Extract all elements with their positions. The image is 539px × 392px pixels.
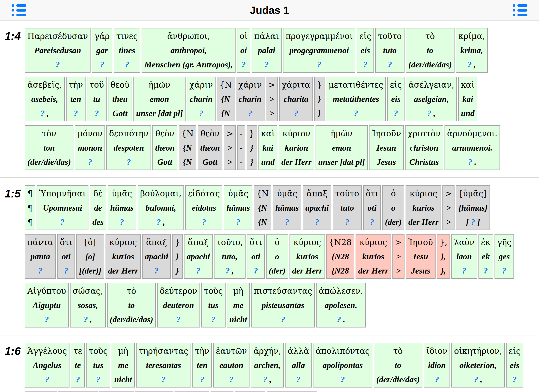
gloss-link[interactable]: ?	[394, 108, 398, 118]
greek-word: θεοῦ	[111, 78, 129, 92]
gloss-link[interactable]: ?	[76, 375, 80, 384]
gloss-link[interactable]: ?	[341, 375, 345, 384]
word-cell: ἅπαξapachi?	[303, 185, 331, 230]
gloss-link[interactable]: ?	[161, 375, 166, 384]
transliteration: tines	[116, 43, 138, 57]
word-cell: μὴmenicht	[227, 283, 250, 328]
greek-word: μετατιθέντες	[328, 78, 383, 92]
gloss-link[interactable]: ?	[44, 315, 49, 324]
gloss-link[interactable]: ?	[60, 217, 64, 227]
gloss: ?	[426, 372, 447, 386]
gloss-link[interactable]: ?	[248, 108, 252, 118]
transliteration: apolipontas	[316, 358, 370, 372]
transliteration: kurios	[358, 249, 388, 264]
gloss-link[interactable]: ?	[84, 315, 88, 324]
gloss-link[interactable]: ?	[435, 375, 439, 384]
word-row: ¶¶¶ὙπομνῆσαιUpomnesai?δὲdedesὑμᾶςhümas?β…	[25, 185, 514, 230]
gloss-link[interactable]: ?	[484, 266, 488, 275]
gloss-link[interactable]: ?	[285, 217, 289, 227]
gloss-link[interactable]: ?	[157, 217, 161, 227]
gloss-link[interactable]: ?	[471, 217, 475, 227]
verse-label: 1:4	[0, 29, 25, 44]
gloss-link[interactable]: ?	[236, 217, 240, 227]
gloss-link[interactable]: ?	[196, 266, 200, 275]
gloss-link[interactable]: ?	[474, 375, 478, 384]
gloss-link[interactable]: ?	[38, 266, 42, 275]
transliteration: hümas	[226, 201, 250, 215]
bullet-list-icon-left[interactable]	[12, 4, 26, 16]
gloss-link[interactable]: ?	[241, 60, 246, 69]
word-cell: μόνονmonon?	[75, 125, 105, 170]
gloss-link[interactable]: ?	[263, 375, 267, 384]
gloss-link[interactable]: ?	[468, 157, 472, 167]
gloss-link[interactable]: ?	[176, 315, 181, 324]
transliteration: >	[268, 92, 275, 106]
gloss-link[interactable]: ?	[154, 266, 159, 275]
gloss: ?	[509, 372, 521, 386]
gloss-link[interactable]: ?	[294, 108, 298, 118]
greek-word: μὴ	[114, 344, 132, 358]
greek-word: κύριον	[281, 126, 312, 141]
word-cell: ἅπαξapachi?	[184, 234, 213, 279]
gloss-link[interactable]: ?	[467, 60, 472, 69]
gloss-link[interactable]: ?	[64, 266, 68, 275]
gloss-link[interactable]: ?	[264, 60, 269, 69]
word-cell: ἡμῶνemonunser [dat pl]	[133, 77, 186, 121]
gloss-link[interactable]: ?	[199, 108, 203, 118]
gloss-link[interactable]: ?	[96, 375, 100, 384]
greek-word: ὁ	[385, 186, 402, 201]
gloss-link[interactable]: ?	[202, 217, 206, 227]
gloss-link[interactable]: ?	[41, 108, 45, 118]
gloss-link[interactable]: ?	[370, 217, 374, 227]
gloss-link[interactable]: ?	[211, 315, 216, 324]
gloss: ?	[454, 264, 475, 278]
greek-word: τοῦτο	[378, 29, 402, 43]
gloss-link[interactable]: ?	[127, 157, 131, 167]
gloss: ?	[195, 372, 209, 386]
gloss-link[interactable]: ?	[512, 375, 517, 384]
gloss-link[interactable]: ?	[462, 266, 466, 275]
gloss-link[interactable]: ?	[281, 315, 285, 324]
gloss-link[interactable]: ?	[317, 60, 321, 69]
transliteration: }	[317, 92, 322, 106]
gloss: (der/die/das)	[376, 372, 420, 386]
gloss-link[interactable]: ?	[502, 266, 506, 275]
word-cell: >>>	[266, 77, 278, 121]
greek-word: τὸ	[408, 29, 452, 43]
gloss-link[interactable]: ?	[337, 315, 341, 324]
gloss-link[interactable]: ?	[229, 375, 233, 384]
gloss-link[interactable]: ?	[100, 60, 104, 69]
gloss-link[interactable]: ?	[254, 266, 258, 275]
greek-word: -	[240, 126, 243, 141]
gloss-link[interactable]: ?	[388, 60, 392, 69]
gloss-link[interactable]: ?	[296, 375, 301, 384]
gloss-link[interactable]: ?	[226, 266, 230, 275]
gloss-link[interactable]: ?	[125, 60, 129, 69]
gloss-link[interactable]: ?	[200, 375, 204, 384]
gloss-link[interactable]: ?	[345, 217, 349, 227]
transliteration: ton	[27, 141, 71, 155]
greek-word: Παρεισέδυσαν	[27, 29, 88, 43]
gloss-link[interactable]: ?	[427, 108, 431, 118]
word-cell: τὸto(der/die/das)	[107, 283, 156, 328]
gloss: ?	[282, 106, 310, 120]
gloss-link[interactable]: ?	[120, 217, 124, 227]
gloss: ?	[275, 215, 299, 229]
gloss-link[interactable]: ?	[45, 375, 49, 384]
transliteration: panta	[27, 249, 53, 264]
gloss: der Herr	[281, 155, 312, 169]
gloss-link[interactable]: ?	[74, 108, 78, 118]
greek-word: [ὁ]	[79, 235, 101, 249]
gloss-link[interactable]: ?	[354, 108, 358, 118]
greek-word: τοῦ	[89, 78, 104, 92]
greek-word: οἰκητήριον,	[454, 344, 502, 358]
greek-word: Ἰησοῦν	[372, 126, 401, 141]
gloss-link[interactable]: ?	[363, 60, 367, 69]
transliteration: apachi	[305, 201, 329, 215]
gloss-link[interactable]: ?	[315, 217, 319, 227]
gloss-link[interactable]: ?	[88, 157, 92, 167]
gloss-link[interactable]: ?	[94, 108, 99, 118]
gloss-link[interactable]: ?	[56, 60, 60, 69]
bullet-list-icon-right[interactable]	[513, 4, 527, 16]
word-cell: χάρινcharin?	[187, 77, 216, 121]
